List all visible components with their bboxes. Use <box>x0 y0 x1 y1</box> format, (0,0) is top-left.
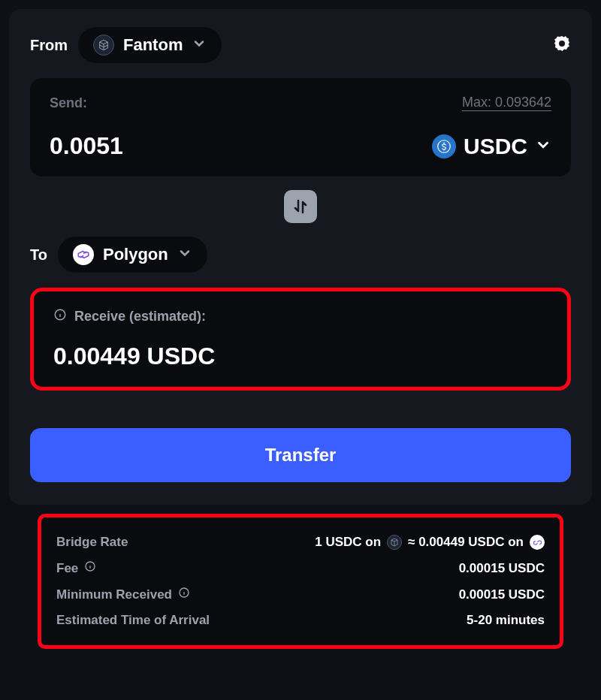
receive-header: Receive (estimated): <box>53 308 548 324</box>
to-chain-name: Polygon <box>103 245 168 264</box>
polygon-icon <box>530 535 545 550</box>
min-received-value: 0.00015 USDC <box>459 587 545 602</box>
info-icon[interactable] <box>178 587 190 602</box>
to-label: To <box>30 246 47 264</box>
min-received-label: Minimum Received <box>56 587 190 602</box>
bridge-rate-label: Bridge Rate <box>56 535 128 550</box>
bridge-rate-value: 1 USDC on ≈ 0.00449 USDC on <box>315 535 545 550</box>
from-chain-name: Fantom <box>123 35 183 55</box>
usdc-icon <box>432 134 456 158</box>
fee-label-text: Fee <box>56 561 78 576</box>
from-row-left: From Fantom <box>30 27 222 63</box>
send-header: Send: Max: 0.093642 <box>50 95 551 111</box>
to-row: To Polygon <box>30 237 571 273</box>
summary-min-received-row: Minimum Received 0.00015 USDC <box>56 581 545 608</box>
send-token-selector[interactable]: USDC <box>432 134 551 159</box>
receive-label: Receive (estimated): <box>74 309 206 324</box>
fantom-icon <box>93 35 114 56</box>
receive-amount: 0.00449 USDC <box>53 342 548 370</box>
info-icon[interactable] <box>84 560 96 576</box>
fee-label: Fee <box>56 560 96 576</box>
send-token-name: USDC <box>464 134 527 159</box>
summary-fee-row: Fee 0.00015 USDC <box>56 555 545 581</box>
summary-bridge-rate-row: Bridge Rate 1 USDC on ≈ 0.00449 USDC on <box>56 530 545 555</box>
eta-label: Estimated Time of Arrival <box>56 613 210 628</box>
swap-button-wrapper <box>30 190 571 223</box>
from-label: From <box>30 37 68 54</box>
send-amount-input[interactable] <box>50 132 300 160</box>
chevron-down-icon <box>192 36 207 54</box>
to-row-left: To Polygon <box>30 237 207 273</box>
summary-box: Bridge Rate 1 USDC on ≈ 0.00449 USDC on … <box>38 514 563 649</box>
min-received-label-text: Minimum Received <box>56 587 172 602</box>
chevron-down-icon <box>535 137 551 156</box>
bridge-rate-right: ≈ 0.00449 USDC on <box>408 535 524 550</box>
bridge-card: From Fantom Send: Max: 0.093642 <box>9 9 592 505</box>
receive-box: Receive (estimated): 0.00449 USDC <box>30 288 571 391</box>
chevron-down-icon <box>177 246 192 264</box>
send-box: Send: Max: 0.093642 USDC <box>30 78 571 177</box>
swap-direction-button[interactable] <box>284 190 317 223</box>
send-label: Send: <box>50 95 87 111</box>
fantom-icon <box>387 535 402 550</box>
bridge-rate-left: 1 USDC on <box>315 535 381 550</box>
send-amount-row: USDC <box>50 132 551 160</box>
eta-value: 5-20 minutes <box>467 613 545 628</box>
transfer-button[interactable]: Transfer <box>30 428 571 482</box>
info-icon[interactable] <box>53 308 67 324</box>
gear-icon[interactable] <box>553 35 571 56</box>
from-row: From Fantom <box>30 27 571 63</box>
polygon-icon <box>73 244 94 265</box>
summary-eta-row: Estimated Time of Arrival 5-20 minutes <box>56 608 545 633</box>
fee-value: 0.00015 USDC <box>459 561 545 576</box>
max-button[interactable]: Max: 0.093642 <box>462 95 551 111</box>
from-chain-selector[interactable]: Fantom <box>78 27 222 63</box>
to-chain-selector[interactable]: Polygon <box>58 237 207 273</box>
